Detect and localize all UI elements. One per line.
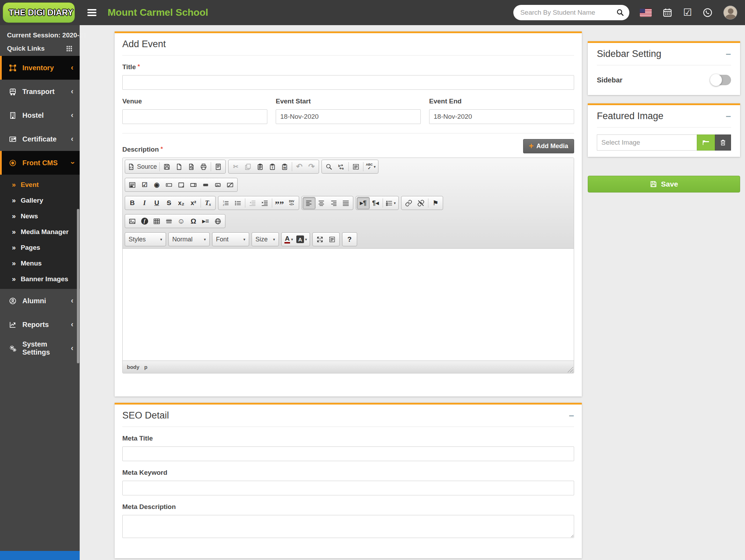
image-button-field[interactable] bbox=[212, 179, 224, 191]
underline-button[interactable]: U bbox=[151, 197, 163, 209]
align-left-button[interactable] bbox=[303, 197, 315, 209]
preview-button[interactable] bbox=[185, 161, 197, 173]
increase-indent-button[interactable] bbox=[259, 197, 271, 209]
new-page-button[interactable] bbox=[173, 161, 185, 173]
search-icon[interactable] bbox=[616, 8, 624, 17]
sidebar-subitem-gallery[interactable]: »Gallery bbox=[0, 192, 80, 208]
link-button[interactable] bbox=[403, 197, 415, 209]
sidebar-subitem-news[interactable]: »News bbox=[0, 208, 80, 224]
copy-button[interactable] bbox=[242, 161, 254, 173]
sidebar-item-transport[interactable]: Transport ‹ bbox=[0, 80, 80, 103]
paste-as-text-button[interactable]: T bbox=[266, 161, 279, 173]
find-button[interactable] bbox=[323, 161, 335, 173]
cut-button[interactable]: ✂ bbox=[230, 161, 242, 173]
save-button[interactable]: Save bbox=[588, 176, 740, 192]
align-center-button[interactable] bbox=[315, 197, 327, 209]
browse-image-button[interactable] bbox=[697, 134, 715, 151]
paragraph-format-dropdown[interactable]: Normal▾ bbox=[168, 232, 210, 246]
save-icon-button[interactable] bbox=[161, 161, 173, 173]
sidebar-toggle[interactable] bbox=[711, 75, 731, 85]
meta-keyword-input[interactable] bbox=[122, 481, 574, 495]
align-right-button[interactable] bbox=[327, 197, 340, 209]
paste-from-word-button[interactable]: W bbox=[279, 161, 291, 173]
templates-button[interactable] bbox=[212, 161, 224, 173]
styles-dropdown[interactable]: Styles▾ bbox=[125, 232, 166, 246]
app-logo[interactable]: THE DIGI DIARY bbox=[3, 2, 75, 23]
tasks-button[interactable]: ☑ bbox=[683, 8, 692, 17]
insert-flash-button[interactable]: f bbox=[138, 216, 151, 227]
editor-content[interactable] bbox=[123, 249, 574, 361]
anchor-button[interactable]: ⚑ bbox=[429, 197, 442, 209]
radio-field-button[interactable]: ◉ bbox=[151, 179, 163, 191]
editor-resize-grip[interactable] bbox=[567, 367, 573, 372]
source-button[interactable]: Source bbox=[126, 161, 158, 173]
checkbox-field-button[interactable]: ☑ bbox=[138, 179, 151, 191]
sidebar-item-certificate[interactable]: Certificate ‹ bbox=[0, 127, 80, 151]
language-button[interactable]: ▾ bbox=[384, 197, 397, 209]
font-dropdown[interactable]: Font▾ bbox=[212, 232, 249, 246]
sidebar-scrollbar[interactable] bbox=[77, 209, 79, 363]
collapse-icon[interactable]: − bbox=[726, 112, 731, 121]
spell-check-button[interactable]: ABC✓▾ bbox=[364, 161, 377, 173]
sidebar-subitem-banner-images[interactable]: »Banner Images bbox=[0, 271, 80, 287]
whatsapp-button[interactable] bbox=[702, 7, 713, 18]
button-field-button[interactable] bbox=[200, 179, 212, 191]
replace-button[interactable]: ba bbox=[335, 161, 347, 173]
sidebar-item-hostel[interactable]: Hostel ‹ bbox=[0, 103, 80, 127]
bulleted-list-button[interactable] bbox=[232, 197, 244, 209]
print-button[interactable] bbox=[197, 161, 210, 173]
textarea-button[interactable] bbox=[175, 179, 187, 191]
paste-button[interactable] bbox=[254, 161, 266, 173]
bold-button[interactable]: B bbox=[126, 197, 138, 209]
remove-format-button[interactable]: Tₓ bbox=[202, 197, 214, 209]
collapse-icon[interactable]: − bbox=[569, 411, 574, 420]
show-blocks-button[interactable] bbox=[326, 234, 338, 245]
meta-description-textarea[interactable] bbox=[122, 515, 574, 538]
meta-title-input[interactable] bbox=[122, 446, 574, 461]
select-all-button[interactable] bbox=[350, 161, 362, 173]
add-media-button[interactable]: +Add Media bbox=[523, 139, 574, 153]
text-field-button[interactable] bbox=[163, 179, 175, 191]
event-start-input[interactable] bbox=[276, 109, 421, 124]
redo-button[interactable]: ↷ bbox=[305, 161, 318, 173]
user-avatar[interactable] bbox=[723, 6, 737, 20]
insert-image-button[interactable] bbox=[126, 216, 138, 227]
special-character-button[interactable]: Ω bbox=[187, 216, 200, 227]
horizontal-rule-button[interactable] bbox=[163, 216, 175, 227]
element-path-p[interactable]: p bbox=[144, 364, 147, 370]
sidebar-subitem-event[interactable]: »Event bbox=[0, 177, 80, 192]
sidebar-item-front-cms[interactable]: Front CMS ‹ bbox=[0, 151, 80, 175]
sidebar-item-alumni[interactable]: Alumni ‹ bbox=[0, 289, 80, 313]
superscript-button[interactable]: x² bbox=[187, 197, 200, 209]
remove-image-button[interactable] bbox=[715, 134, 731, 151]
undo-button[interactable]: ↶ bbox=[293, 161, 305, 173]
blockquote-button[interactable]: ”” bbox=[273, 197, 285, 209]
unlink-button[interactable] bbox=[415, 197, 427, 209]
iframe-button[interactable] bbox=[212, 216, 224, 227]
font-size-dropdown[interactable]: Size▾ bbox=[252, 232, 279, 246]
collapse-icon[interactable]: − bbox=[726, 50, 731, 59]
decrease-indent-button[interactable] bbox=[246, 197, 259, 209]
div-container-button[interactable]: DIV</> bbox=[285, 197, 298, 209]
form-button[interactable] bbox=[126, 179, 138, 191]
select-field-button[interactable] bbox=[187, 179, 200, 191]
smiley-button[interactable]: ☺ bbox=[175, 216, 187, 227]
sidebar-item-reports[interactable]: Reports ‹ bbox=[0, 313, 80, 336]
grid-icon[interactable] bbox=[66, 45, 73, 52]
strikethrough-button[interactable]: S bbox=[163, 197, 175, 209]
sidebar-item-system-settings[interactable]: System Settings ‹ bbox=[0, 336, 80, 360]
about-editor-button[interactable]: ? bbox=[343, 234, 356, 245]
event-title-input[interactable] bbox=[122, 75, 574, 90]
text-direction-rtl-button[interactable]: ¶◂ bbox=[369, 197, 382, 209]
background-color-button[interactable]: A▾ bbox=[295, 234, 309, 245]
calendar-button[interactable] bbox=[662, 7, 673, 18]
page-break-button[interactable]: ▸≡ bbox=[200, 216, 212, 227]
sidebar-subitem-media-manager[interactable]: »Media Manager bbox=[0, 224, 80, 240]
align-justify-button[interactable] bbox=[340, 197, 352, 209]
insert-table-button[interactable] bbox=[151, 216, 163, 227]
maximize-button[interactable] bbox=[314, 234, 326, 245]
language-flag-button[interactable] bbox=[640, 9, 652, 17]
venue-input[interactable] bbox=[122, 109, 267, 124]
subscript-button[interactable]: x₂ bbox=[175, 197, 187, 209]
select-image-input[interactable] bbox=[597, 134, 697, 151]
